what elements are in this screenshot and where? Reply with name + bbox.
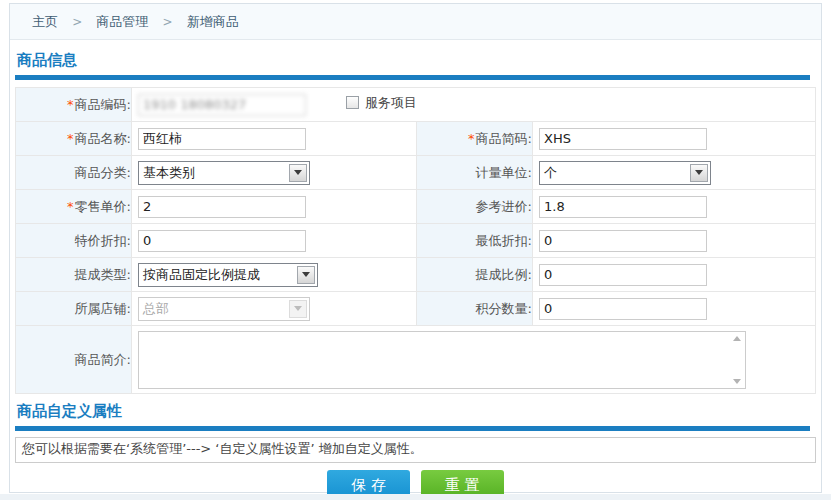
breadcrumb: 主页 > 商品管理 > 新增商品: [10, 4, 821, 40]
section-title-product-info: 商品信息: [17, 51, 816, 70]
commission-ratio-label: 提成比例:: [417, 258, 533, 292]
chevron-down-icon[interactable]: [690, 164, 708, 182]
description-label: 商品简介:: [16, 326, 132, 394]
special-discount-label: 特价折扣:: [16, 224, 132, 258]
custom-attrs-note: 您可以根据需要在‘系统管理’---> ‘自定义属性设置’ 增加自定义属性。: [15, 437, 816, 463]
commission-type-select[interactable]: 按商品固定比例提成: [138, 263, 318, 287]
section-divider-bar: [15, 75, 810, 80]
category-label: 商品分类:: [16, 156, 132, 190]
retail-price-input[interactable]: [138, 196, 306, 218]
category-select[interactable]: 基本类别: [138, 161, 310, 185]
chevron-down-icon[interactable]: [289, 164, 307, 182]
min-discount-input[interactable]: [539, 230, 707, 252]
form-row-name-shortcode: *商品名称: *商品简码:: [16, 122, 816, 156]
section-title-custom-attrs: 商品自定义属性: [17, 402, 816, 421]
commission-ratio-input[interactable]: [539, 264, 707, 286]
service-item-group: 服务项目: [346, 94, 417, 112]
description-textarea[interactable]: [138, 331, 746, 389]
form-row-commission: 提成类型: 按商品固定比例提成 提成比例:: [16, 258, 816, 292]
unit-select[interactable]: 个: [539, 161, 711, 185]
section-divider-bar: [15, 426, 810, 431]
form-row-discounts: 特价折扣: 最低折扣:: [16, 224, 816, 258]
form-row-prices: *零售单价: 参考进价:: [16, 190, 816, 224]
form-row-code: *商品编码: 服务项目: [16, 88, 816, 122]
reference-price-label: 参考进价:: [417, 190, 533, 224]
unit-select-value: 个: [544, 164, 557, 182]
points-input[interactable]: [539, 298, 707, 320]
breadcrumb-add-product: 新增商品: [187, 14, 239, 29]
store-select-value: 总部: [143, 300, 169, 318]
service-item-checkbox[interactable]: [346, 96, 359, 109]
product-name-label: *商品名称:: [16, 122, 132, 156]
page-container: 主页 > 商品管理 > 新增商品 商品信息 *商品编码: 服务项目: [9, 3, 822, 493]
required-marker: *: [67, 97, 74, 112]
required-marker: *: [67, 199, 74, 214]
min-discount-label: 最低折扣:: [417, 224, 533, 258]
store-select: 总部: [138, 297, 310, 321]
product-code-input[interactable]: [138, 94, 306, 116]
page-bottom-strip: [0, 494, 831, 500]
product-code-label: *商品编码:: [16, 88, 132, 122]
short-code-input[interactable]: [539, 128, 707, 150]
required-marker: *: [67, 131, 74, 146]
scroll-up-icon[interactable]: [733, 336, 741, 341]
required-marker: *: [468, 131, 475, 146]
scroll-down-icon[interactable]: [733, 379, 741, 384]
store-label: 所属店铺:: [16, 292, 132, 326]
form-row-description: 商品简介:: [16, 326, 816, 394]
product-form-table: *商品编码: 服务项目 *商品名称: *商品简码: [15, 87, 816, 394]
form-row-store-points: 所属店铺: 总部 积分数量:: [16, 292, 816, 326]
breadcrumb-product-management[interactable]: 商品管理: [96, 14, 148, 29]
retail-price-label: *零售单价:: [16, 190, 132, 224]
short-code-label: *商品简码:: [417, 122, 533, 156]
unit-label: 计量单位:: [417, 156, 533, 190]
chevron-down-icon[interactable]: [297, 266, 315, 284]
commission-type-label: 提成类型:: [16, 258, 132, 292]
main-content: 商品信息 *商品编码: 服务项目 *商品名称:: [10, 40, 821, 500]
points-label: 积分数量:: [417, 292, 533, 326]
reference-price-input[interactable]: [539, 196, 707, 218]
textarea-scrollbar[interactable]: [729, 333, 744, 387]
category-select-value: 基本类别: [143, 164, 195, 182]
product-name-input[interactable]: [138, 128, 306, 150]
description-textarea-wrap: [138, 331, 746, 389]
breadcrumb-home[interactable]: 主页: [32, 14, 58, 29]
form-row-category-unit: 商品分类: 基本类别 计量单位: 个: [16, 156, 816, 190]
commission-type-select-value: 按商品固定比例提成: [143, 266, 260, 284]
service-item-label: 服务项目: [365, 94, 417, 112]
special-discount-input[interactable]: [138, 230, 306, 252]
chevron-down-icon: [289, 300, 307, 318]
breadcrumb-separator: >: [162, 15, 172, 29]
breadcrumb-separator: >: [72, 15, 82, 29]
